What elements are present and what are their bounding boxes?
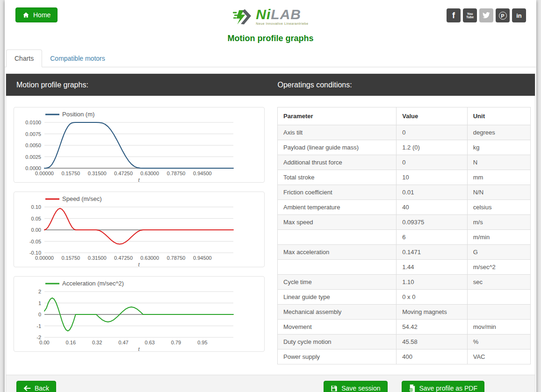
panel-body: 0.00000.00250.00500.00750.01000.000000.1… [6, 96, 535, 375]
home-button[interactable]: Home [15, 7, 58, 22]
svg-text:0.10: 0.10 [31, 204, 41, 210]
param-cell: Ambient temperature [278, 200, 397, 215]
unit-cell: N/N [467, 185, 530, 200]
unit-cell: degrees [467, 125, 530, 140]
nilab-logo-icon [232, 7, 252, 26]
value-cell: 0 x 0 [397, 290, 467, 305]
param-cell: Axis tilt [278, 125, 397, 140]
save-floppy-icon [331, 385, 338, 392]
svg-text:0.00000: 0.00000 [35, 255, 54, 261]
svg-text:Speed (m/sec): Speed (m/sec) [62, 195, 102, 202]
value-cell: 0 [397, 155, 467, 170]
svg-text:0.95: 0.95 [197, 340, 207, 345]
youtube-icon[interactable]: You Tube [463, 8, 477, 22]
section-header-bar: Motion profile graphs: Operatings condit… [6, 74, 535, 96]
svg-text:0.05: 0.05 [31, 216, 41, 221]
back-arrow-icon [23, 385, 31, 392]
speed-chart: -0.10-0.050.000.050.100.000000.157500.31… [14, 192, 265, 267]
svg-text:2: 2 [38, 289, 41, 294]
col-unit: Unit [467, 107, 530, 125]
page: Home NiLAB Neue Innovative Linearantrieb… [5, 0, 536, 392]
table-row: 6m/min [278, 230, 531, 245]
tab-compatible-motors[interactable]: Compatible motors [42, 50, 113, 67]
unit-cell: m/min [467, 230, 530, 245]
tab-bar: Charts Compatible motors [5, 50, 536, 67]
unit-cell [467, 305, 530, 320]
social-links: f You Tube P in [447, 8, 526, 22]
svg-text:t: t [138, 346, 140, 351]
page-title: Motion profile graphs [5, 34, 536, 43]
value-cell: 0.1471 [397, 245, 467, 260]
facebook-icon[interactable]: f [447, 8, 461, 22]
back-button[interactable]: Back [16, 381, 56, 392]
nilab-logo-text: NiLAB Neue Innovative Linearantriebe [256, 7, 308, 25]
table-row: Payload (linear guide mass)1.2 (0)kg [278, 140, 531, 155]
value-cell: 10 [397, 170, 467, 185]
param-cell: Max speed [278, 215, 397, 230]
svg-text:0.31500: 0.31500 [88, 255, 107, 261]
svg-text:0.15750: 0.15750 [61, 171, 80, 176]
speed-chart-svg: -0.10-0.050.000.050.100.000000.157500.31… [14, 192, 264, 267]
value-cell: 1.44 [397, 260, 467, 275]
home-button-label: Home [33, 11, 50, 19]
tab-charts[interactable]: Charts [6, 50, 42, 67]
svg-text:0.00: 0.00 [31, 227, 41, 233]
param-cell: Duty cycle motion [278, 335, 397, 349]
value-cell: 0.01 [397, 185, 467, 200]
table-row: Total stroke10mm [278, 170, 531, 185]
svg-text:0.47250: 0.47250 [114, 255, 133, 261]
table-row: Power supply400VAC [278, 349, 531, 364]
svg-text:Position (m): Position (m) [62, 111, 94, 118]
svg-text:-0.05: -0.05 [29, 239, 41, 244]
svg-text:0.63000: 0.63000 [140, 171, 159, 176]
svg-text:0.79: 0.79 [171, 340, 181, 345]
twitter-icon[interactable] [479, 8, 493, 22]
svg-text:0.63: 0.63 [145, 340, 155, 345]
param-cell: Linear guide type [278, 290, 397, 305]
unit-cell: m/sec^2 [467, 260, 530, 275]
top-bar: Home NiLAB Neue Innovative Linearantrieb… [5, 7, 536, 30]
svg-text:1: 1 [38, 300, 41, 306]
value-cell: 54.42 [397, 320, 467, 335]
unit-cell: % [467, 335, 530, 349]
logo-ni: Ni [256, 7, 271, 22]
table-row: Max acceleration0.1471G [278, 245, 531, 260]
param-cell: Cycle time [278, 275, 397, 290]
svg-text:0.00000: 0.00000 [35, 171, 54, 176]
value-cell: 0 [397, 125, 467, 140]
param-cell: Power supply [278, 349, 397, 364]
conditions-table-body: Axis tilt0degreesPayload (linear guide m… [278, 125, 531, 364]
svg-text:Acceleration (m/sec^2): Acceleration (m/sec^2) [62, 280, 124, 287]
col-parameter: Parameter [278, 107, 397, 125]
param-cell [278, 230, 397, 245]
charts-column: 0.00000.00250.00500.00750.01000.000000.1… [14, 107, 265, 364]
linkedin-icon[interactable]: in [512, 8, 526, 22]
svg-text:0.94500: 0.94500 [193, 171, 212, 176]
svg-text:0.15750: 0.15750 [61, 255, 80, 261]
save-pdf-button[interactable]: Save profile as PDF [402, 381, 485, 392]
table-row: Mechanical assemblyMoving magnets [278, 305, 531, 320]
svg-text:-1: -1 [36, 323, 41, 329]
svg-text:0: 0 [38, 312, 41, 317]
table-row: Cycle time1.10sec [278, 275, 531, 290]
table-header-row: Parameter Value Unit [278, 107, 531, 125]
table-row: Linear guide type0 x 0 [278, 290, 531, 305]
table-row: Friction coefficient0.01N/N [278, 185, 531, 200]
svg-text:0.63000: 0.63000 [140, 255, 159, 261]
svg-text:0.78750: 0.78750 [167, 255, 186, 261]
logo-tagline: Neue Innovative Linearantriebe [256, 22, 308, 25]
unit-cell [467, 290, 530, 305]
value-cell: 40 [397, 200, 467, 215]
save-session-button[interactable]: Save session [324, 381, 387, 392]
svg-text:0.0050: 0.0050 [25, 143, 41, 148]
pinterest-icon[interactable]: P [496, 8, 510, 22]
svg-text:t: t [138, 177, 140, 182]
param-cell [278, 260, 397, 275]
param-cell: Movement [278, 320, 397, 335]
value-cell: 1.10 [397, 275, 467, 290]
col-value: Value [397, 107, 467, 125]
acceleration-chart: -2-10120.000.160.320.470.630.790.95tAcce… [14, 276, 265, 352]
back-button-label: Back [35, 385, 49, 392]
unit-cell: celsius [467, 200, 530, 215]
position-chart-svg: 0.00000.00250.00500.00750.01000.000000.1… [14, 107, 264, 182]
